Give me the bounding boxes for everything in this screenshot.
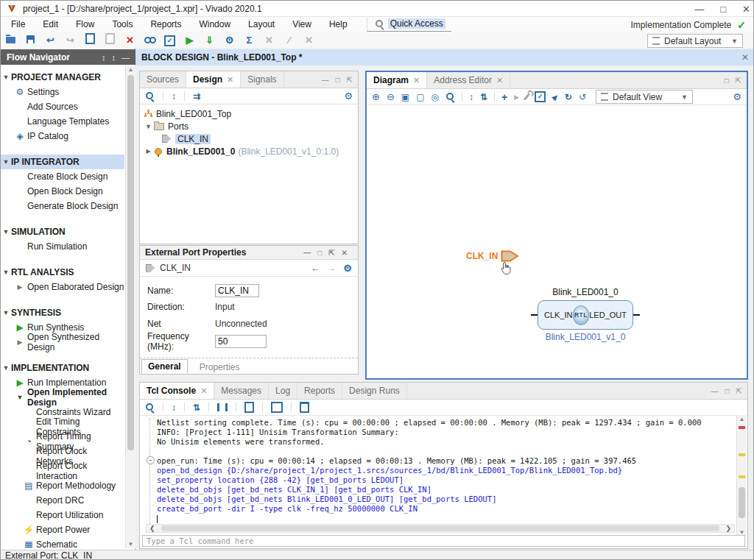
minimize-window-icon[interactable]: —: [694, 4, 704, 15]
tab-log[interactable]: Log: [269, 383, 297, 399]
collapse-all-icon[interactable]: ↕: [172, 91, 176, 102]
collapse-all-icon[interactable]: ↕: [469, 92, 473, 102]
zoom-fit-icon[interactable]: ▣: [401, 92, 409, 102]
float-panel-icon[interactable]: ⇱: [736, 77, 741, 85]
tcl-command-input[interactable]: [142, 535, 745, 547]
quick-access-search[interactable]: Quick Access: [367, 18, 451, 32]
tab-sources[interactable]: Sources: [140, 71, 186, 88]
gear-icon[interactable]: ⚙: [733, 91, 741, 102]
nav-section-ip-integrator[interactable]: ▼IP INTEGRATOR: [1, 155, 124, 169]
maximize-panel-icon[interactable]: □: [336, 76, 340, 84]
tab-diagram[interactable]: Diagram✕: [367, 72, 427, 88]
nav-section-synthesis[interactable]: ▼SYNTHESIS: [1, 305, 124, 320]
autofit-target-icon[interactable]: ◎: [431, 92, 439, 102]
tab-signals[interactable]: Signals: [241, 71, 283, 88]
nav-item-schematic[interactable]: ▦Schematic: [1, 537, 124, 548]
fit-selection-icon[interactable]: ▢: [416, 92, 424, 102]
tree-row-design-top[interactable]: Blink_LED001_Top: [141, 107, 356, 120]
nav-section-project-manager[interactable]: ▼PROJECT MANAGER: [1, 70, 124, 85]
nav-item-run-simulation[interactable]: Run Simulation: [1, 239, 124, 254]
regenerate-layout-icon[interactable]: ↺: [579, 92, 586, 102]
trash-icon[interactable]: [300, 402, 309, 413]
scroll-up-icon[interactable]: ▲: [126, 66, 135, 73]
nav-item-generate-block-design[interactable]: Generate Block Design: [1, 199, 124, 213]
nav-item-language-templates[interactable]: Language Templates: [1, 114, 124, 129]
menu-tools[interactable]: Tools: [103, 19, 141, 29]
zoom-out-icon[interactable]: ⊖: [387, 91, 395, 102]
chevron-down-icon[interactable]: ▼: [144, 123, 152, 130]
find-button[interactable]: [140, 35, 160, 46]
validate-button[interactable]: ✓: [160, 34, 180, 46]
tab-messages[interactable]: Messages: [214, 383, 269, 399]
nav-section-simulation[interactable]: ▼SIMULATION: [1, 224, 124, 239]
nav-section-implementation[interactable]: ▼IMPLEMENTATION: [1, 361, 124, 375]
refresh-icon[interactable]: ↻: [565, 92, 572, 102]
nav-item-add-sources[interactable]: Add Sources: [1, 99, 124, 114]
scroll-down-icon[interactable]: ▼: [126, 541, 135, 547]
search-icon[interactable]: [145, 403, 155, 412]
menu-help[interactable]: Help: [320, 19, 356, 29]
settings-button[interactable]: ⚙: [219, 35, 239, 46]
nav-item-report-clock-interaction[interactable]: Report Clock Interaction: [1, 464, 124, 478]
close-panel-icon[interactable]: ✕: [342, 249, 348, 257]
tab-design-runs[interactable]: Design Runs: [342, 383, 407, 399]
block-blink-led001[interactable]: CLK_IN RTL LED_OUT: [538, 300, 633, 330]
float-panel-icon[interactable]: ⇱: [328, 249, 334, 257]
nav-item-report-methodology[interactable]: ▤Report Methodology: [1, 478, 124, 493]
nav-item-report-power[interactable]: ⚡Report Power: [1, 522, 124, 537]
minimize-panel-icon[interactable]: —: [322, 76, 329, 84]
close-block-design-icon[interactable]: ✕: [741, 52, 749, 63]
forward-arrow-icon[interactable]: →: [327, 263, 336, 273]
tree-row-ports[interactable]: ▼ Ports: [141, 120, 356, 132]
wrench-icon[interactable]: [524, 93, 530, 100]
save-button[interactable]: [21, 35, 40, 46]
block-pin-clk-in[interactable]: CLK_IN: [544, 311, 573, 319]
tree-row-clk-in[interactable]: CLK_IN: [141, 132, 356, 145]
delete-button[interactable]: ✕: [120, 35, 140, 46]
diagram-canvas[interactable]: CLK_IN Blink_LED001_0 CLK_IN RTL LED_OUT…: [368, 105, 745, 377]
flow-navigator-scrollbar[interactable]: ▲ ▼: [125, 65, 135, 548]
maximize-panel-icon[interactable]: □: [725, 77, 729, 85]
run-button[interactable]: ▶: [180, 35, 200, 46]
menu-window[interactable]: Window: [190, 19, 239, 29]
scroll-up-icon[interactable]: ▲: [737, 416, 747, 422]
collapse-all-icon[interactable]: ↕: [172, 403, 176, 413]
nav-item-open-implemented-design[interactable]: ▼Open Implemented Design: [1, 390, 124, 405]
scrollbar-thumb[interactable]: [739, 487, 745, 518]
step-button[interactable]: ⇓: [200, 35, 219, 46]
scroll-right-icon[interactable]: ❯: [722, 525, 734, 532]
console-scrollbar[interactable]: ▲ ▼: [736, 415, 747, 536]
pause-output-icon[interactable]: [217, 403, 228, 411]
open-project-button[interactable]: [1, 35, 21, 46]
float-panel-icon[interactable]: ⇱: [736, 387, 742, 395]
nav-item-open-synthesized-design[interactable]: ▶Open Synthesized Design: [1, 335, 124, 350]
close-tab-icon[interactable]: ✕: [227, 75, 233, 85]
close-tab-icon[interactable]: ✕: [413, 76, 420, 85]
validate-design-icon[interactable]: ✓: [535, 91, 546, 102]
search-icon[interactable]: [145, 91, 155, 101]
menu-edit[interactable]: Edit: [34, 19, 67, 29]
maximize-panel-icon[interactable]: □: [317, 249, 322, 257]
tab-tcl-console[interactable]: Tcl Console✕: [140, 383, 214, 399]
minimize-panel-icon[interactable]: —: [711, 387, 719, 395]
nav-item-create-block-design[interactable]: Create Block Design: [1, 169, 124, 184]
minimize-panel-icon[interactable]: —: [303, 249, 311, 257]
expand-all-icon[interactable]: ⇅: [193, 403, 200, 413]
layout-select[interactable]: Default Layout ▼: [647, 34, 743, 48]
nav-section-rtl-analysis[interactable]: ▼RTL ANALYSIS: [1, 265, 124, 280]
frequency-input[interactable]: [215, 335, 267, 348]
gear-icon[interactable]: ⚙: [344, 91, 353, 102]
block-pin-led-out[interactable]: LED_OUT: [589, 311, 627, 319]
nav-item-settings[interactable]: ⚙Settings: [1, 85, 124, 99]
undo-button[interactable]: ↩: [40, 35, 60, 46]
view-select[interactable]: Default View ▼: [596, 90, 693, 104]
redo-button[interactable]: ↪: [60, 35, 80, 46]
collapse-block-icon[interactable]: −: [147, 456, 155, 464]
expand-all-icon[interactable]: ⇅: [480, 92, 487, 102]
scrollbar-thumb[interactable]: [161, 525, 720, 531]
gear-icon[interactable]: ⚙: [343, 263, 352, 274]
tab-reports[interactable]: Reports: [297, 383, 342, 399]
nav-item-ip-catalog[interactable]: ◈IP Catalog: [1, 129, 124, 143]
maximize-window-icon[interactable]: □: [720, 4, 726, 15]
copy-icon[interactable]: [244, 402, 254, 413]
